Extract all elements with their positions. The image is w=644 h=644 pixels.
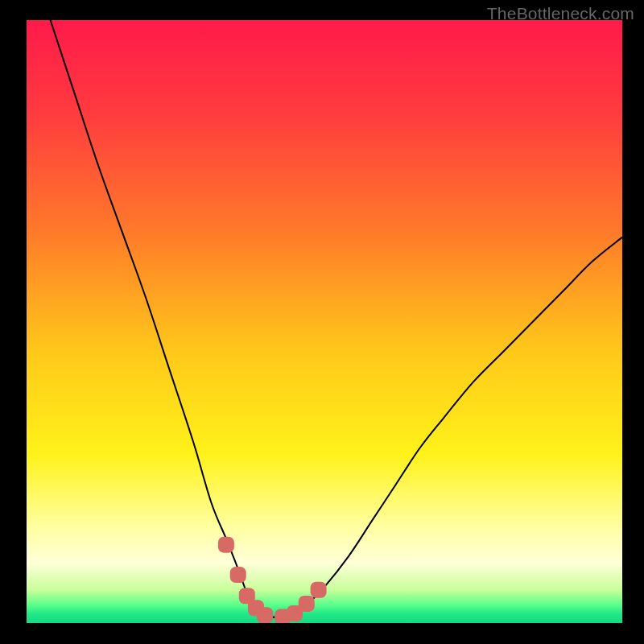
- watermark-text: TheBottleneck.com: [487, 4, 634, 23]
- marker-point: [230, 567, 246, 583]
- marker-point: [299, 596, 315, 612]
- marker-point: [218, 537, 234, 553]
- chart-svg: [27, 20, 622, 623]
- marker-point: [311, 582, 327, 598]
- chart-frame: TheBottleneck.com: [0, 0, 644, 644]
- plot-area: [27, 20, 622, 623]
- marker-point: [257, 607, 273, 623]
